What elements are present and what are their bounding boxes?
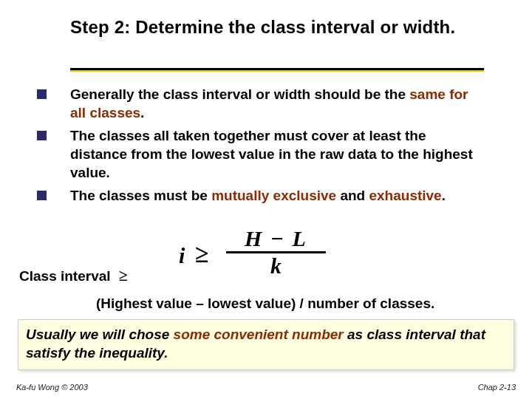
class-interval-line: Class interval ≥ — [19, 266, 128, 285]
note-emph: some convenient number — [174, 327, 344, 342]
list-item: The classes all taken together must cove… — [37, 126, 484, 182]
formula-denominator: k — [226, 254, 326, 278]
square-bullet-icon — [37, 89, 47, 99]
footer-left: Ka-fu Wong © 2003 — [16, 383, 88, 392]
formula-lhs: i — [179, 243, 185, 268]
note-pre: Usually we will chose — [26, 327, 174, 342]
formula-op: ≥ — [195, 240, 209, 268]
class-interval-op: ≥ — [115, 266, 128, 284]
bullet-post: . — [442, 188, 446, 203]
bullet-text: The classes all taken together must cove… — [70, 126, 484, 182]
slide: Step 2: Determine the class interval or … — [0, 0, 532, 399]
bullet-mid: and — [336, 188, 369, 203]
square-bullet-icon — [37, 191, 47, 200]
bullet-pre: Generally the class interval or width sh… — [70, 86, 409, 102]
underline-yellow — [70, 70, 484, 72]
slide-title: Step 2: Determine the class interval or … — [70, 16, 484, 38]
note-box: Usually we will chose some convenient nu… — [18, 319, 514, 370]
footer-right: Chap 2-13 — [478, 383, 516, 392]
formula-numerator: H − L — [226, 227, 326, 250]
list-item: The classes must be mutually exclusive a… — [37, 186, 484, 205]
title-underline — [70, 68, 484, 72]
formula-fraction: H − L k — [226, 227, 326, 278]
bullet-pre: The classes must be — [70, 188, 211, 203]
bullet-list: Generally the class interval or width sh… — [37, 85, 484, 209]
bullet-emph: mutually exclusive — [211, 188, 336, 203]
formula-words: (Highest value – lowest value) / number … — [96, 296, 517, 312]
formula: i ≥ H − L k — [179, 227, 341, 279]
bullet-post: . — [140, 105, 144, 120]
note-text: Usually we will chose some convenient nu… — [26, 326, 506, 362]
class-interval-label: Class interval — [19, 268, 111, 284]
bullet-pre: The classes all taken together must cove… — [70, 128, 473, 180]
bullet-emph2: exhaustive — [369, 188, 441, 203]
bullet-text: The classes must be mutually exclusive a… — [70, 186, 484, 205]
square-bullet-icon — [37, 131, 47, 140]
bullet-text: Generally the class interval or width sh… — [70, 85, 484, 122]
list-item: Generally the class interval or width sh… — [37, 85, 484, 122]
